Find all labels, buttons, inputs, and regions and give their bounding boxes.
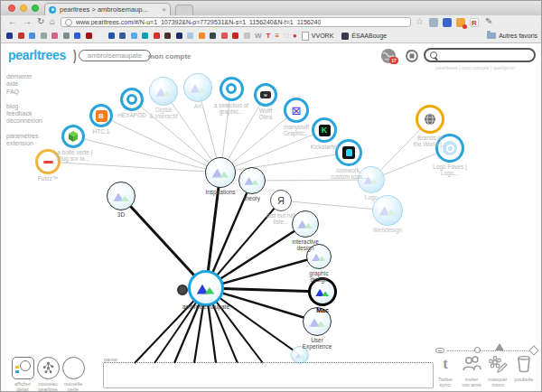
pearl-lastbutnot[interactable]: Я [270,190,292,211]
blogger-icon: B [96,110,107,122]
bookmark-vvork[interactable]: VVORK [302,32,334,41]
bookmark-favicon[interactable] [63,33,70,39]
browser-tab[interactable]: pearltrees > ambroisemaup... × [44,3,171,15]
address-bar[interactable]: www.pearltrees.com/#/N-u=1_107392&N-p=77… [61,17,411,27]
bookmark-favicon[interactable]: T [266,33,271,39]
new-tab-button[interactable] [175,5,193,15]
pearl-digital[interactable] [149,77,178,106]
bookmark-favicon[interactable] [232,33,238,39]
bookmark-favicon[interactable] [221,33,228,39]
inviter-vos-amis-button[interactable] [461,354,482,374]
bookmark-favicon[interactable] [74,33,80,39]
zoom-slider-track[interactable] [447,350,528,351]
nouveau-pearltree-button[interactable] [37,357,60,379]
pearl-interactive[interactable] [292,210,319,238]
pearl-htc1[interactable]: B [89,104,113,127]
pearltrees-logo[interactable]: pearltrees [8,48,66,62]
bookmark-favicon[interactable] [176,33,182,39]
bookmark-favicon[interactable] [51,33,58,39]
reload-icon[interactable]: ↻ [37,16,44,26]
bookmark-esaabouge[interactable]: ÉSAABouge [341,33,387,40]
extension-icon[interactable] [456,18,465,27]
bookmark-star-icon[interactable]: ☆ [416,16,424,26]
sidebar-item-d-connexion[interactable]: déconnexion [6,117,42,125]
zoom-slider-knob[interactable] [474,347,481,353]
sidebar-item-d-marrer[interactable]: démarrer [6,73,42,80]
pearl-logo[interactable] [358,166,385,193]
pearl-selection[interactable] [220,77,244,101]
extension-icon[interactable] [443,18,452,27]
bookmark-favicon[interactable]: □ [284,33,288,39]
afficher-detail-button[interactable] [12,357,34,379]
pearl-threed[interactable] [107,182,136,210]
extension-icon[interactable]: R [470,18,479,27]
search-box[interactable] [424,48,536,62]
bookmark-favicon[interactable]: ≡ [275,33,279,39]
close-window-button[interactable] [8,5,15,12]
bookmark-favicon[interactable] [199,33,205,39]
pearl-kickstarter[interactable]: K [312,117,337,143]
bookmark-favicon[interactable] [244,33,250,39]
pearl-hexapod[interactable] [120,88,144,111]
sidebar-item-feedback[interactable]: feedback [6,110,42,117]
bookmark-favicon[interactable]: ● [293,33,297,39]
bookmark-favicon[interactable] [119,33,126,39]
pearl-laboiteverte[interactable] [61,125,85,148]
pearl-manystuff[interactable]: ⊠ [284,98,309,123]
pearl-hiddenpearl[interactable] [291,346,309,364]
pearl-webdesign[interactable] [372,195,403,226]
tab-close-icon[interactable]: × [162,5,166,14]
bookmark-favicon[interactable] [41,33,47,39]
pearl-mac[interactable] [308,277,337,306]
sidebar-item-extension[interactable]: extension [6,140,42,147]
bookmark-favicon[interactable] [86,33,92,39]
sidebar-item-blog[interactable]: blog [6,103,42,110]
pearl-art[interactable] [183,73,212,102]
pearl-inspirations[interactable] [205,157,236,188]
bookmark-favicon[interactable] [210,33,216,39]
basket-dropzone[interactable] [103,362,434,388]
bookmark-favicon[interactable] [29,33,35,39]
home-icon[interactable]: ⌂ [50,16,55,26]
breadcrumb[interactable]: ambroisemaupate [79,50,151,61]
minimize-window-button[interactable] [20,5,27,12]
bookmark-favicon[interactable]: W [255,33,262,39]
masquer-zoom-button[interactable] [487,354,509,374]
pearl-handle[interactable] [177,285,188,295]
nouvelle-perle-button[interactable] [62,357,85,379]
zoom-out-button[interactable] [435,348,444,353]
bookmark-favicon[interactable] [164,33,171,39]
sidebar-item-param-tres[interactable]: paramètres [6,133,42,140]
pearl-userexp[interactable] [303,307,332,336]
bookmark-favicon[interactable] [154,33,160,39]
graph-edge [132,99,220,173]
nouvelle-perle-label: nouvelle perle [58,381,89,392]
pearl-wolff[interactable]: W [254,83,277,107]
back-icon[interactable]: ← [8,16,17,26]
autres-favoris-folder[interactable]: Autres favoris [487,33,537,39]
sidebar-item-aide[interactable]: aide [6,80,42,88]
pearl-root[interactable] [188,270,224,306]
bookmark-favicon[interactable] [6,33,13,39]
sidebar-item-faq[interactable]: FAQ [6,89,42,96]
bookmark-favicon[interactable] [131,33,137,39]
bookmark-favicon[interactable] [142,33,148,39]
pearl-graphicdesign[interactable] [306,244,332,269]
menu-wrench-icon[interactable]: ✎ [485,16,492,26]
history-sync-icon[interactable] [405,49,419,63]
bookmark-favicon[interactable] [18,33,24,39]
search-input[interactable] [441,52,529,59]
poubelle-button[interactable] [513,354,535,374]
pearl-theory[interactable] [238,167,266,194]
section-title[interactable]: mon compte [148,52,192,61]
pearl-iconwork[interactable] [335,139,362,166]
bookmark-favicon[interactable] [108,33,115,39]
pearl-logofaves[interactable] [435,134,464,163]
bookmark-favicon[interactable] [97,33,103,39]
extension-icon[interactable] [429,18,438,27]
bookmark-favicon[interactable] [187,33,193,39]
zoom-window-button[interactable] [32,5,39,12]
twitter-sync-button[interactable]: t [435,354,456,374]
forward-icon[interactable]: → [23,16,32,26]
pearl-brands[interactable] [416,105,444,134]
